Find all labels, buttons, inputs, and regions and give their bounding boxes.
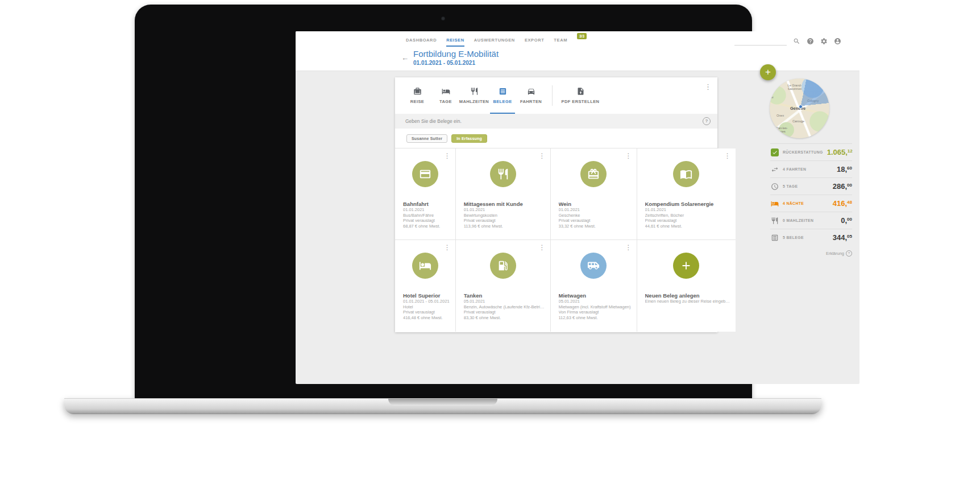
stats-footer: Erklärung ? [770, 250, 852, 257]
nav-auswertungen[interactable]: AUSWERTUNGEN [474, 38, 515, 46]
laptop-lid: DASHBOARD REISEN AUSWERTUNGEN EXPORT TEA… [135, 5, 752, 398]
account-icon[interactable] [834, 38, 841, 45]
search-input[interactable] [734, 37, 787, 46]
laptop-base [64, 398, 821, 414]
instruction-banner: Geben Sie die Belege ein. ? [395, 114, 717, 129]
trip-title-block: Fortbildung E-Mobilität 01.01.2021 - 05.… [413, 49, 499, 66]
receipt-card-hotel[interactable]: ⋮ Hotel Superior 01.01.2021 - 05.01.2021… [395, 240, 456, 332]
receipt-date: 01.01.2021 [403, 207, 450, 213]
receipt-card-bahnfahrt[interactable]: ⋮ Bahnfahrt 01.01.2021 Bus/Bahn/Fähre Pr… [395, 148, 456, 240]
kebab-menu-icon[interactable]: ⋮ [444, 152, 451, 159]
stat-value: 0,00 [841, 216, 852, 225]
tab-mahlzeiten[interactable]: MAHLZEITEN [460, 77, 488, 114]
belege-panel: REISE TAGE MAHLZEITEN BELEGE [395, 77, 717, 332]
receipt-category: Zeitschriften, Bücher [645, 213, 730, 218]
info-icon[interactable]: ? [846, 250, 852, 257]
stat-fahrten: 4 FAHRTEN 18,60 [770, 160, 852, 177]
bed-icon [770, 199, 779, 208]
kebab-menu-icon[interactable]: ⋮ [625, 244, 632, 251]
tab-tage[interactable]: TAGE [431, 77, 460, 114]
kebab-menu-icon[interactable]: ⋮ [539, 244, 546, 251]
add-receipt-title: Neuen Beleg anlegen [645, 292, 729, 299]
kebab-menu-icon[interactable]: ⋮ [444, 244, 451, 251]
filter-chips: Susanne Sutter In Erfassung [395, 129, 717, 148]
receipt-card-tanken[interactable]: ⋮ Tanken 05.01.2021 Benzin, Autowäsche (… [456, 240, 551, 332]
nav-team[interactable]: TEAM [554, 38, 567, 46]
stat-value: 416,48 [833, 199, 852, 208]
stat-label: 4 NÄCHTE [783, 201, 829, 205]
receipt-category: Hotel [403, 304, 450, 310]
stat-label: 4 FAHRTEN [783, 167, 833, 171]
receipt-title: Hotel Superior [403, 292, 449, 299]
tab-reise[interactable]: REISE [403, 77, 431, 114]
receipt-amount: 113,96 € ohne Mwst. [464, 224, 545, 229]
stat-value: 1.065,12 [827, 148, 853, 156]
kebab-menu-icon[interactable]: ⋮ [625, 152, 632, 159]
receipt-title: Kompendium Solarenergie [645, 201, 729, 207]
car-icon [527, 87, 535, 96]
receipt-payment: Privat verauslagt [464, 309, 545, 315]
erklaerung-link[interactable]: Erklärung [826, 251, 844, 256]
receipt-amount: 44,61 € ohne Mwst. [645, 224, 730, 229]
receipt-title: Wein [559, 201, 630, 207]
plus-icon [673, 253, 699, 279]
kebab-menu-icon[interactable]: ⋮ [539, 152, 546, 159]
back-arrow-icon[interactable]: ← [401, 54, 409, 61]
kebab-menu-icon[interactable]: ⋮ [724, 152, 731, 159]
receipt-lines-icon [770, 233, 779, 242]
transfer-arrows-icon [770, 165, 779, 174]
tab-label: FAHRTEN [520, 99, 542, 104]
receipt-amount: 33,32 € ohne Mwst. [559, 224, 631, 229]
receipt-card-wein[interactable]: ⋮ Wein 01.01.2021 Geschenke Privat verau… [551, 148, 637, 240]
receipt-card-kompendium[interactable]: ⋮ Kompendium Solarenergie 01.01.2021 Zei… [637, 148, 736, 240]
receipt-title: Bahnfahrt [403, 201, 449, 207]
pdf-document-icon [576, 87, 585, 96]
help-icon[interactable] [807, 38, 814, 45]
add-receipt-card[interactable]: Neuen Beleg anlegen Einen neuen Beleg zu… [637, 240, 736, 332]
nav-reisen[interactable]: REISEN [446, 38, 464, 47]
header-tools [734, 37, 841, 46]
tab-label: PDF ERSTELLEN [562, 99, 600, 104]
banner-text: Geben Sie die Belege ein. [405, 118, 703, 124]
tab-divider [552, 85, 553, 106]
cutlery-icon [770, 216, 779, 225]
tab-fahrten[interactable]: FAHRTEN [517, 77, 545, 114]
tab-belege[interactable]: BELEGE [488, 77, 517, 114]
stat-rueckerstattung: RÜCKERSTATTUNG 1.065,12 [770, 143, 852, 160]
receipt-card-mittagessen[interactable]: ⋮ Mittagessen mit Kunde 01.01.2021 Bewir… [456, 148, 551, 240]
banner-help-icon[interactable]: ? [703, 117, 711, 125]
trip-map-thumbnail[interactable]: Le Grand-Saconnex errier Cologny Onex Ca… [770, 79, 829, 138]
receipt-payment: Privat verauslagt [403, 309, 450, 315]
book-icon [673, 161, 699, 187]
add-receipt-hint: Einen neuen Beleg zu dieser Reise eingeb… [645, 299, 730, 304]
status-chip[interactable]: In Erfassung [451, 134, 487, 143]
receipt-payment: Privat verauslagt [403, 218, 450, 224]
nav-export[interactable]: EXPORT [525, 38, 544, 46]
nav-dashboard[interactable]: DASHBOARD [406, 38, 437, 46]
receipt-title: Tanken [464, 292, 543, 299]
panel-kebab-menu-icon[interactable]: ⋮ [704, 83, 712, 90]
stat-naechte: 4 NÄCHTE 416,48 [770, 195, 852, 212]
receipt-title: Mietwagen [559, 292, 630, 299]
stat-label: 5 TAGE [783, 184, 829, 188]
webcam [441, 16, 445, 20]
search-icon[interactable] [793, 38, 800, 45]
trip-tabs: REISE TAGE MAHLZEITEN BELEGE [395, 77, 717, 114]
receipt-payment: Privat verauslagt [464, 218, 545, 224]
receipt-category: Bus/Bahn/Fähre [403, 213, 450, 218]
tab-pdf-erstellen[interactable]: PDF ERSTELLEN [559, 77, 601, 114]
app-window: DASHBOARD REISEN AUSWERTUNGEN EXPORT TEA… [296, 31, 859, 384]
receipt-card-mietwagen[interactable]: ⋮ Mietwagen 05.01.2021 Mietwagen (incl. … [551, 240, 637, 332]
receipt-date: 05.01.2021 [559, 299, 631, 304]
stat-label: 0 MAHLZEITEN [783, 218, 837, 222]
settings-gear-icon[interactable] [820, 38, 828, 45]
top-navigation: DASHBOARD REISEN AUSWERTUNGEN EXPORT TEA… [406, 38, 587, 47]
user-chip[interactable]: Susanne Sutter [406, 134, 447, 143]
stat-label: RÜCKERSTATTUNG [783, 150, 823, 154]
bed-icon [442, 87, 450, 96]
receipt-amount: 416,48 € ohne Mwst. [403, 315, 450, 321]
receipt-payment: Privat verauslagt [645, 218, 730, 224]
add-fab-button[interactable]: + [760, 64, 776, 80]
receipt-payment: Von Firma verauslagt [559, 309, 631, 315]
receipt-amount: 68,87 € ohne Mwst. [403, 224, 450, 229]
